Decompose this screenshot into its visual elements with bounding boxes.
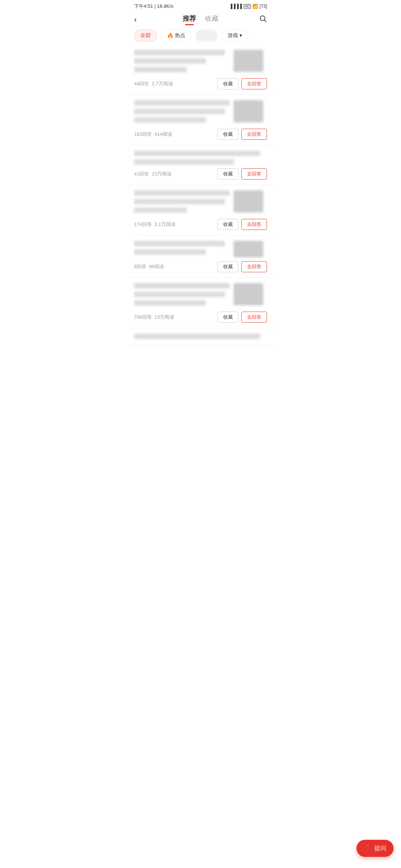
question-meta-row-5: 8回答 99阅读 收藏 去回答: [134, 261, 267, 272]
status-right: ▐▐▐▐ HD 📶 [73]: [229, 4, 267, 9]
svg-point-0: [260, 16, 265, 21]
question-item: [128, 328, 273, 345]
question-item: 174回答 3.1万阅读 收藏 去回答: [128, 185, 273, 236]
question-actions-1: 收藏 去回答: [218, 78, 267, 89]
answer-btn-3[interactable]: 去回答: [241, 168, 267, 180]
status-bar: 下午4:51 | 16.8K/s ▐▐▐▐ HD 📶 [73]: [128, 0, 273, 11]
question-actions-2: 收藏 去回答: [218, 129, 267, 140]
search-button[interactable]: [254, 14, 267, 25]
question-actions-3: 收藏 去回答: [218, 168, 267, 180]
question-actions-5: 收藏 去回答: [218, 261, 267, 272]
question-title-1: [134, 50, 267, 75]
question-meta-row-4: 174回答 3.1万阅读 收藏 去回答: [134, 219, 267, 230]
answer-btn-6[interactable]: 去回答: [241, 312, 267, 323]
question-item: 41回答 23万阅读 收藏 去回答: [128, 145, 273, 185]
signal-icon: ▐▐▐▐: [229, 4, 242, 9]
question-meta-1: 44回答 2.7万阅读: [134, 80, 173, 87]
filter-hot-label: 热点: [175, 32, 185, 39]
wifi-icon: 📶: [252, 4, 258, 9]
fire-icon: 🔥: [167, 33, 173, 39]
collect-btn-6[interactable]: 收藏: [218, 312, 238, 323]
question-meta-row-2: 183回答 414阅读 收藏 去回答: [134, 129, 267, 140]
tab-recommend[interactable]: 推荐: [183, 14, 196, 25]
svg-line-1: [264, 20, 266, 22]
filter-hot[interactable]: 🔥 热点: [161, 30, 192, 42]
answer-btn-5[interactable]: 去回答: [241, 261, 267, 272]
back-button[interactable]: ‹: [134, 15, 147, 24]
nav-tabs: 推荐 收藏: [183, 14, 218, 25]
question-meta-2: 183回答 414阅读: [134, 131, 172, 138]
question-title-3: [134, 151, 267, 165]
collect-btn-3[interactable]: 收藏: [218, 168, 238, 180]
question-list: 44回答 2.7万阅读 收藏 去回答 183回: [128, 45, 273, 345]
question-meta-3: 41回答 23万阅读: [134, 171, 172, 177]
collect-btn-4[interactable]: 收藏: [218, 219, 238, 230]
answer-btn-4[interactable]: 去回答: [241, 219, 267, 230]
question-meta-4: 174回答 3.1万阅读: [134, 221, 176, 228]
question-title-6: [134, 283, 267, 308]
question-item: 44回答 2.7万阅读 收藏 去回答: [128, 45, 273, 95]
filter-game[interactable]: 游戏 ▾: [221, 30, 248, 42]
tab-collect[interactable]: 收藏: [205, 14, 218, 25]
answer-btn-1[interactable]: 去回答: [241, 78, 267, 89]
question-meta-row-1: 44回答 2.7万阅读 收藏 去回答: [134, 78, 267, 89]
collect-btn-2[interactable]: 收藏: [218, 129, 238, 140]
hd-icon: HD: [244, 4, 251, 9]
question-item: 183回答 414阅读 收藏 去回答: [128, 95, 273, 145]
status-time-network: 下午4:51 | 16.8K/s: [134, 3, 173, 10]
filter-all[interactable]: 全部: [134, 30, 157, 42]
collect-btn-5[interactable]: 收藏: [218, 261, 238, 272]
question-actions-4: 收藏 去回答: [218, 219, 267, 230]
question-title-7: [134, 333, 267, 339]
question-title-2: [134, 100, 267, 125]
question-meta-5: 8回答 99阅读: [134, 263, 164, 270]
question-meta-row-3: 41回答 23万阅读 收藏 去回答: [134, 168, 267, 180]
answer-btn-2[interactable]: 去回答: [241, 129, 267, 140]
question-actions-6: 收藏 去回答: [218, 312, 267, 323]
question-title-5: [134, 241, 267, 257]
filter-blurred[interactable]: [195, 30, 218, 42]
question-item: 706回答 13万阅读 收藏 去回答: [128, 278, 273, 328]
collect-btn-1[interactable]: 收藏: [218, 78, 238, 89]
question-title-4: [134, 190, 267, 215]
battery-icon: [73]: [260, 4, 267, 9]
nav-bar: ‹ 推荐 收藏: [128, 11, 273, 25]
question-item: 8回答 99阅读 收藏 去回答: [128, 236, 273, 278]
filter-bar: 全部 🔥 热点 游戏 ▾: [128, 25, 273, 45]
question-meta-6: 706回答 13万阅读: [134, 314, 174, 320]
question-meta-row-6: 706回答 13万阅读 收藏 去回答: [134, 312, 267, 323]
